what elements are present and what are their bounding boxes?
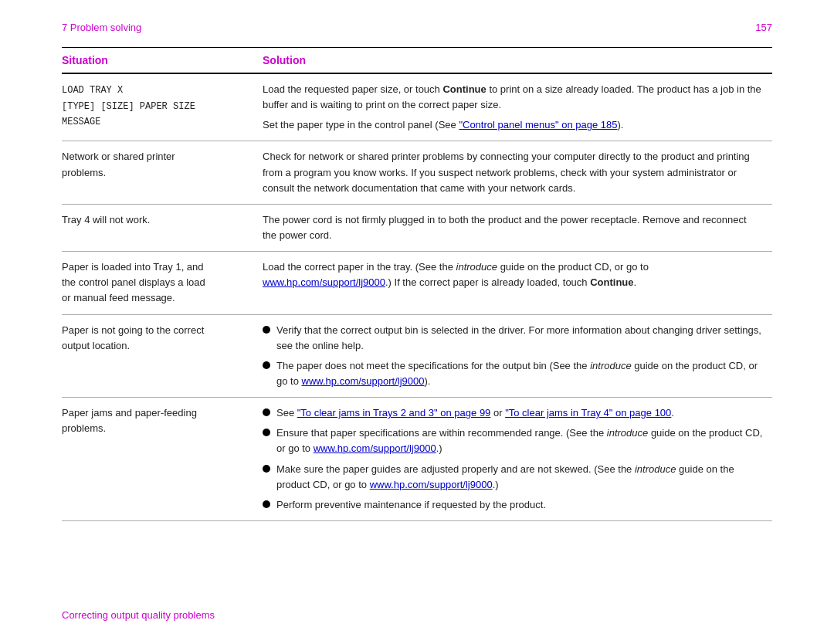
solution-text-2: Set the paper type in the control panel … [263, 117, 763, 133]
list-item: Perform preventive maintenance if reques… [263, 497, 763, 513]
clear-jams-tray4-link[interactable]: "To clear jams in Tray 4" on page 100 [505, 407, 671, 419]
list-item-text: See "To clear jams in Trays 2 and 3" on … [276, 405, 674, 421]
bullet-icon [263, 500, 270, 508]
hp-support-link-1[interactable]: www.hp.com/support/lj9000 [263, 276, 385, 288]
list-item: Verify that the correct output bin is se… [263, 323, 763, 354]
bullet-list: See "To clear jams in Trays 2 and 3" on … [263, 405, 763, 513]
solution-cell: The power cord is not firmly plugged in … [263, 204, 772, 251]
list-item-text: Ensure that paper specifications are wit… [276, 425, 763, 456]
list-item: Make sure the paper guides are adjusted … [263, 462, 763, 493]
bullet-icon [263, 429, 270, 436]
bullet-icon [263, 408, 270, 416]
situation-cell: Paper is loaded into Tray 1, andthe cont… [62, 252, 263, 314]
situation-cell: Paper jams and paper-feedingproblems. [62, 398, 263, 521]
hp-support-link-3[interactable]: www.hp.com/support/lj9000 [314, 442, 436, 454]
bullet-icon [263, 361, 270, 369]
situation-text: Paper is loaded into Tray 1, andthe cont… [62, 261, 205, 303]
list-item: The paper does not meet the specificatio… [263, 358, 763, 389]
chapter-title: 7 Problem solving [62, 22, 141, 33]
situation-cell: Network or shared printerproblems. [62, 141, 263, 204]
table-row: Paper is loaded into Tray 1, andthe cont… [62, 252, 772, 314]
table-row: Paper is not going to the correctoutput … [62, 314, 772, 398]
situation-cell: Paper is not going to the correctoutput … [62, 314, 263, 398]
list-item-text: Make sure the paper guides are adjusted … [276, 462, 763, 493]
page-header: 7 Problem solving 157 [62, 22, 772, 33]
situation-text: Paper jams and paper-feedingproblems. [62, 407, 197, 434]
table-row: Paper jams and paper-feedingproblems. Se… [62, 398, 772, 521]
control-panel-link[interactable]: "Control panel menus" on page 185 [459, 119, 617, 130]
situation-text: Network or shared printerproblems. [62, 151, 175, 178]
solution-cell: Verify that the correct output bin is se… [263, 314, 772, 398]
situation-text: Tray 4 will not work. [62, 214, 150, 225]
page-container: 7 Problem solving 157 Situation Solution… [0, 0, 834, 644]
list-item: See "To clear jams in Trays 2 and 3" on … [263, 405, 763, 421]
table-header: Situation Solution [62, 48, 772, 73]
page-number: 157 [755, 22, 772, 33]
hp-support-link-4[interactable]: www.hp.com/support/lj9000 [370, 479, 493, 490]
solution-cell: Check for network or shared printer prob… [263, 141, 772, 204]
solution-header: Solution [263, 48, 772, 73]
solution-cell: Load the requested paper size, or touch … [263, 73, 772, 141]
clear-jams-trays-link[interactable]: "To clear jams in Trays 2 and 3" on page… [297, 407, 491, 419]
solution-text: The power cord is not firmly plugged in … [263, 212, 763, 243]
solution-cell: Load the correct paper in the tray. (See… [263, 252, 772, 314]
bullet-icon [263, 465, 270, 473]
solution-text: Load the correct paper in the tray. (See… [263, 259, 763, 290]
hp-support-link-2[interactable]: www.hp.com/support/lj9000 [302, 375, 425, 387]
list-item-text: Verify that the correct output bin is se… [276, 323, 763, 354]
bullet-list: Verify that the correct output bin is se… [263, 323, 763, 390]
list-item: Ensure that paper specifications are wit… [263, 425, 763, 456]
footer-link[interactable]: Correcting output quality problems [62, 609, 215, 621]
table-row: Tray 4 will not work. The power cord is … [62, 204, 772, 251]
bullet-icon [263, 326, 270, 334]
solution-text: Load the requested paper size, or touch … [263, 82, 763, 113]
table-row: LOAD TRAY x[TYPE] [SIZE] paper sizemessa… [62, 73, 772, 141]
table-row: Network or shared printerproblems. Check… [62, 141, 772, 204]
situation-code: LOAD TRAY x[TYPE] [SIZE] paper sizemessa… [62, 85, 195, 127]
situation-header: Situation [62, 48, 263, 73]
situation-cell: LOAD TRAY x[TYPE] [SIZE] paper sizemessa… [62, 73, 263, 141]
situation-cell: Tray 4 will not work. [62, 204, 263, 251]
solution-cell: See "To clear jams in Trays 2 and 3" on … [263, 398, 772, 521]
list-item-text: The paper does not meet the specificatio… [276, 358, 763, 389]
solution-text: Check for network or shared printer prob… [263, 149, 763, 195]
main-table: Situation Solution LOAD TRAY x[TYPE] [SI… [62, 48, 772, 521]
situation-text: Paper is not going to the correctoutput … [62, 324, 204, 351]
list-item-text: Perform preventive maintenance if reques… [276, 497, 546, 513]
